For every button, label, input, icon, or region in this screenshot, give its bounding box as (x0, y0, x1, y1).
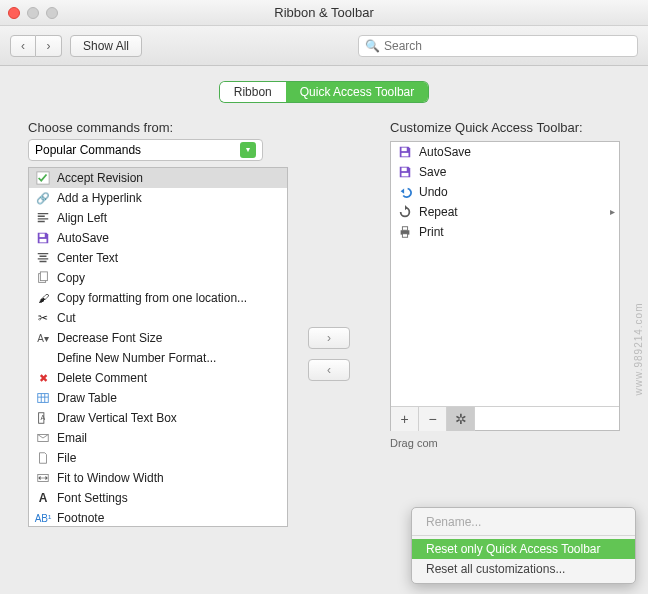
delete-icon: ✖ (35, 370, 51, 386)
search-field-wrapper[interactable]: 🔍 (358, 35, 638, 57)
check-icon (35, 170, 51, 186)
command-label: Email (57, 431, 87, 445)
command-item[interactable]: AB¹Footnote (29, 508, 287, 527)
blank-icon (35, 350, 51, 366)
actions-menu-button[interactable]: ✲ (447, 407, 475, 431)
actions-popup-menu: Rename... Reset only Quick Access Toolba… (411, 507, 636, 584)
email-icon (35, 430, 51, 446)
drag-hint-label: Drag com (390, 437, 620, 449)
save-icon (397, 164, 413, 180)
command-label: Draw Table (57, 391, 117, 405)
search-input[interactable] (384, 39, 631, 53)
svg-rect-5 (38, 394, 49, 403)
zoom-window-button[interactable] (46, 7, 58, 19)
add-item-button[interactable]: + (391, 407, 419, 431)
copy-icon (35, 270, 51, 286)
command-label: Define New Number Format... (57, 351, 216, 365)
svg-text:A: A (40, 414, 45, 421)
command-item[interactable]: Draw Table (29, 388, 287, 408)
close-window-button[interactable] (8, 7, 20, 19)
command-label: Copy formatting from one location... (57, 291, 247, 305)
commands-listbox[interactable]: Accept Revision🔗Add a HyperlinkAlign Lef… (28, 167, 288, 527)
qat-item-label: Save (419, 165, 446, 179)
command-item[interactable]: Align Left (29, 208, 287, 228)
table-icon (35, 390, 51, 406)
show-all-button[interactable]: Show All (70, 35, 142, 57)
font-icon: A (35, 490, 51, 506)
qat-item-label: Repeat (419, 205, 458, 219)
remove-command-button[interactable]: ‹ (308, 359, 350, 381)
qat-listbox[interactable]: AutoSaveSaveUndoRepeatPrint ▸ + − ✲ (390, 141, 620, 431)
window-title: Ribbon & Toolbar (58, 5, 590, 20)
customize-qat-label: Customize Quick Access Toolbar: (390, 120, 620, 135)
command-label: Copy (57, 271, 85, 285)
command-item[interactable]: 🔗Add a Hyperlink (29, 188, 287, 208)
alignleft-icon (35, 210, 51, 226)
menu-item-rename: Rename... (412, 512, 635, 532)
fontdown-icon: A▾ (35, 330, 51, 346)
command-item[interactable]: AFont Settings (29, 488, 287, 508)
gear-icon: ✲ (455, 411, 467, 427)
save-icon (397, 144, 413, 160)
command-item[interactable]: AutoSave (29, 228, 287, 248)
command-label: Footnote (57, 511, 104, 525)
command-item[interactable]: Email (29, 428, 287, 448)
menu-item-reset-qat[interactable]: Reset only Quick Access Toolbar (412, 539, 635, 559)
qat-item[interactable]: Undo (391, 182, 619, 202)
command-label: Delete Comment (57, 371, 147, 385)
command-item[interactable]: Fit to Window Width (29, 468, 287, 488)
command-item[interactable]: ✂Cut (29, 308, 287, 328)
file-icon (35, 450, 51, 466)
command-item[interactable]: A▾Decrease Font Size (29, 328, 287, 348)
command-label: Add a Hyperlink (57, 191, 142, 205)
fit-icon (35, 470, 51, 486)
command-item[interactable]: Define New Number Format... (29, 348, 287, 368)
segmented-control: Ribbon Quick Access Toolbar (220, 82, 429, 102)
menu-item-reset-all[interactable]: Reset all customizations... (412, 559, 635, 579)
svg-rect-1 (40, 234, 45, 238)
command-item[interactable]: ✖Delete Comment (29, 368, 287, 388)
chevron-left-icon: ‹ (327, 363, 331, 377)
link-icon: 🔗 (35, 190, 51, 206)
qat-item-label: AutoSave (419, 145, 471, 159)
command-label: AutoSave (57, 231, 109, 245)
qat-item[interactable]: Print (391, 222, 619, 242)
brush-icon: 🖌 (35, 290, 51, 306)
footnote-icon: AB¹ (35, 510, 51, 526)
command-item[interactable]: File (29, 448, 287, 468)
command-item[interactable]: 🖌Copy formatting from one location... (29, 288, 287, 308)
titlebar: Ribbon & Toolbar (0, 0, 648, 26)
commands-source-dropdown[interactable]: Popular Commands ▾ (28, 139, 263, 161)
svg-rect-10 (402, 148, 407, 152)
chevron-left-icon: ‹ (21, 39, 25, 53)
tab-quick-access-toolbar[interactable]: Quick Access Toolbar (286, 82, 429, 102)
qat-item[interactable]: Repeat (391, 202, 619, 222)
qat-item-label: Print (419, 225, 444, 239)
command-label: Decrease Font Size (57, 331, 162, 345)
disclosure-triangle-icon[interactable]: ▸ (610, 206, 615, 217)
qat-item[interactable]: AutoSave (391, 142, 619, 162)
command-label: Accept Revision (57, 171, 143, 185)
remove-item-button[interactable]: − (419, 407, 447, 431)
tab-ribbon[interactable]: Ribbon (220, 82, 286, 102)
dropdown-arrow-icon: ▾ (240, 142, 256, 158)
dropdown-value: Popular Commands (35, 143, 141, 157)
preferences-toolbar: ‹ › Show All 🔍 (0, 26, 648, 66)
svg-rect-4 (40, 272, 47, 281)
add-command-button[interactable]: › (308, 327, 350, 349)
command-item[interactable]: Copy (29, 268, 287, 288)
minimize-window-button[interactable] (27, 7, 39, 19)
command-item[interactable]: Center Text (29, 248, 287, 268)
command-item[interactable]: ADraw Vertical Text Box (29, 408, 287, 428)
back-button[interactable]: ‹ (10, 35, 36, 57)
command-label: Cut (57, 311, 76, 325)
cut-icon: ✂ (35, 310, 51, 326)
qat-item[interactable]: Save (391, 162, 619, 182)
command-label: Draw Vertical Text Box (57, 411, 177, 425)
chevron-right-icon: › (327, 331, 331, 345)
command-label: Center Text (57, 251, 118, 265)
command-item[interactable]: Accept Revision (29, 168, 287, 188)
command-label: Font Settings (57, 491, 128, 505)
forward-button[interactable]: › (36, 35, 62, 57)
minus-icon: − (428, 411, 436, 427)
